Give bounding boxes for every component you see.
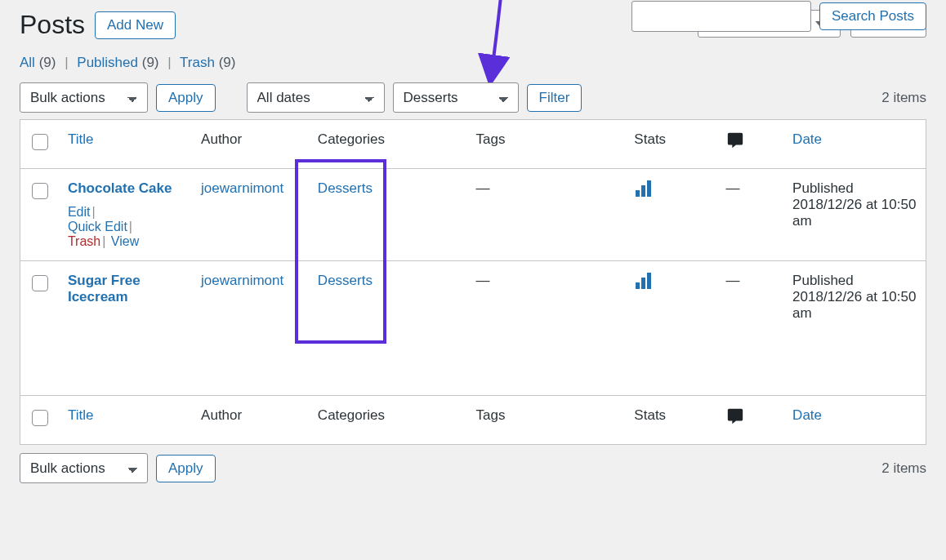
category-link[interactable]: Desserts	[318, 273, 373, 288]
items-count: 2 items	[881, 90, 926, 106]
comments-cell: —	[718, 169, 785, 261]
category-filter-select[interactable]: All CategoriesDesserts	[393, 82, 519, 113]
quick-edit-link[interactable]: Quick Edit	[68, 220, 127, 233]
filter-all-count: (9)	[39, 55, 56, 70]
view-filters: All (9) | Published (9) | Trash (9)	[20, 55, 926, 71]
trash-link[interactable]: Trash	[68, 234, 100, 248]
table-row: Sugar Free Icecream joewarnimont Dessert…	[20, 261, 926, 396]
select-all-checkbox[interactable]	[32, 134, 48, 150]
row-checkbox[interactable]	[32, 275, 48, 291]
col-comments	[718, 120, 785, 169]
col-author-foot: Author	[193, 396, 310, 445]
post-title-link[interactable]: Chocolate Cake	[68, 180, 172, 196]
col-date-foot[interactable]: Date	[792, 407, 822, 423]
filter-published-link[interactable]: Published	[77, 55, 138, 70]
apply-button-bottom[interactable]: Apply	[156, 455, 216, 482]
items-count-bottom: 2 items	[881, 460, 926, 477]
col-date[interactable]: Date	[792, 131, 822, 147]
search-posts-button[interactable]: Search Posts	[819, 2, 926, 30]
stats-bars-icon[interactable]	[634, 277, 654, 292]
author-link[interactable]: joewarnimont	[201, 180, 283, 196]
row-checkbox[interactable]	[32, 183, 48, 199]
select-all-checkbox-foot[interactable]	[32, 410, 48, 426]
post-title-link[interactable]: Sugar Free Icecream	[68, 273, 141, 304]
filter-published-count: (9)	[142, 55, 159, 70]
table-row: Chocolate Cake Edit| Quick Edit| Trash| …	[20, 169, 926, 261]
col-tags: Tags	[468, 120, 627, 169]
date-filter-select[interactable]: All datesDecember 2018	[247, 82, 385, 113]
col-author: Author	[193, 120, 310, 169]
comments-cell: —	[718, 261, 785, 396]
col-title[interactable]: Title	[68, 131, 94, 147]
bulk-actions-select[interactable]: Bulk actionsEditMove to Trash	[20, 82, 148, 113]
apply-button[interactable]: Apply	[156, 84, 216, 112]
search-input[interactable]	[631, 1, 811, 32]
view-link[interactable]: View	[111, 234, 139, 248]
tags-cell: —	[468, 261, 627, 396]
comment-bubble-icon	[726, 413, 744, 429]
col-categories-foot: Categories	[310, 396, 468, 445]
svg-rect-5	[647, 273, 651, 289]
tags-cell: —	[468, 169, 627, 261]
svg-rect-2	[647, 180, 651, 197]
stats-bars-icon[interactable]	[634, 184, 654, 200]
col-comments-foot	[718, 396, 785, 445]
category-link[interactable]: Desserts	[318, 180, 373, 196]
page-title: Posts	[20, 10, 85, 40]
date-cell: Published2018/12/26 at 10:50 am	[784, 169, 926, 261]
comment-bubble-icon	[726, 137, 744, 153]
col-stats-foot: Stats	[626, 396, 717, 445]
row-actions: Edit| Quick Edit| Trash| View	[68, 205, 185, 249]
col-title-foot[interactable]: Title	[68, 407, 94, 423]
col-categories: Categories	[310, 120, 468, 169]
svg-rect-4	[641, 278, 645, 289]
date-cell: Published2018/12/26 at 10:50 am	[784, 261, 926, 396]
edit-link[interactable]: Edit	[68, 205, 91, 219]
add-new-button[interactable]: Add New	[95, 11, 176, 39]
col-tags-foot: Tags	[468, 396, 627, 445]
filter-trash-link[interactable]: Trash	[180, 55, 215, 70]
author-link[interactable]: joewarnimont	[201, 273, 283, 288]
bulk-actions-select-bottom[interactable]: Bulk actionsEditMove to Trash	[20, 453, 148, 483]
svg-rect-0	[636, 190, 640, 197]
posts-table: Title Author Categories Tags Stats Date …	[20, 119, 926, 445]
filter-trash-count: (9)	[219, 55, 236, 70]
col-stats: Stats	[626, 120, 717, 169]
svg-rect-1	[641, 185, 645, 197]
filter-button[interactable]: Filter	[527, 84, 582, 112]
svg-rect-3	[636, 282, 640, 289]
filter-all-link[interactable]: All	[20, 55, 35, 70]
